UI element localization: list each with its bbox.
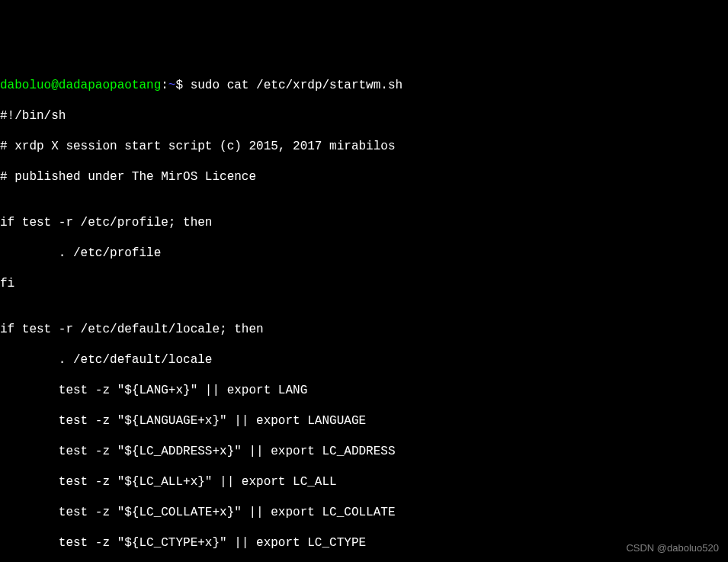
output-line: test -z "${LANG+x}" || export LANG [0,383,728,398]
output-line: #!/bin/sh [0,108,728,124]
output-line: test -z "${LC_ALL+x}" || export LC_ALL [0,474,728,490]
output-line: . /etc/profile [0,246,728,261]
output-line: fi [0,276,728,291]
output-line: if test -r /etc/default/locale; then [0,322,728,337]
output-line: test -z "${LANGUAGE+x}" || export LANGUA… [0,413,728,429]
output-line: if test -r /etc/profile; then [0,215,728,230]
prompt-user: daboluo@dadapaopaotang [0,79,161,92]
terminal-output[interactable]: daboluo@dadapaopaotang:~$ sudo cat /etc/… [0,61,728,562]
output-line: . /etc/default/locale [0,352,728,368]
watermark-text: CSDN @daboluo520 [626,542,719,554]
output-line: test -z "${LC_ADDRESS+x}" || export LC_A… [0,444,728,459]
prompt-colon: : [161,79,168,92]
output-line: test -z "${LC_COLLATE+x}" || export LC_C… [0,505,728,520]
command-text: sudo cat /etc/xrdp/startwm.sh [191,79,402,92]
output-line: # xrdp X session start script (c) 2015, … [0,139,728,154]
output-line: test -z "${LC_CTYPE+x}" || export LC_CTY… [0,535,728,551]
output-line: # published under The MirOS Licence [0,169,728,185]
prompt-path: ~ [168,79,176,92]
prompt-dollar: $ [175,79,190,92]
